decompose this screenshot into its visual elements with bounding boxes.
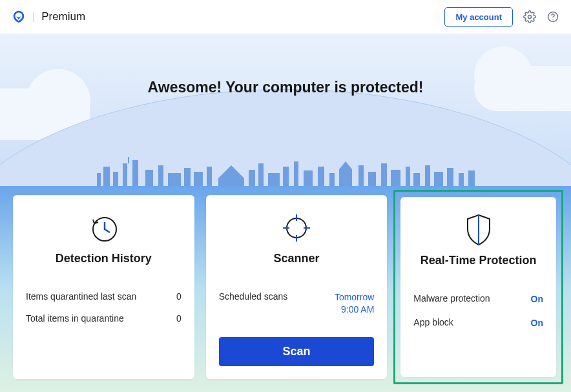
svg-rect-36 bbox=[459, 173, 464, 186]
svg-rect-33 bbox=[425, 165, 430, 186]
svg-rect-3 bbox=[97, 173, 101, 186]
svg-point-2 bbox=[552, 19, 553, 20]
svg-rect-18 bbox=[258, 163, 264, 186]
svg-marker-26 bbox=[339, 161, 352, 169]
settings-icon[interactable] bbox=[523, 10, 536, 23]
svg-rect-13 bbox=[194, 172, 203, 186]
target-icon bbox=[219, 209, 375, 247]
help-icon[interactable] bbox=[546, 10, 559, 23]
malwarebytes-logo-icon bbox=[12, 10, 26, 24]
svg-rect-19 bbox=[268, 173, 280, 186]
logo: | Premium bbox=[12, 10, 85, 24]
svg-rect-9 bbox=[145, 170, 153, 186]
my-account-button[interactable]: My account bbox=[444, 7, 513, 27]
stat-label: Malware protection bbox=[413, 293, 490, 304]
stat-value: 0 bbox=[176, 291, 182, 302]
malware-protection-toggle[interactable]: On bbox=[531, 293, 543, 305]
svg-rect-17 bbox=[249, 170, 255, 186]
svg-rect-12 bbox=[184, 168, 191, 186]
toggle-row: App block On bbox=[413, 317, 543, 329]
stat-label: Scheduled scans bbox=[219, 291, 288, 302]
svg-point-39 bbox=[287, 218, 306, 238]
svg-rect-22 bbox=[304, 170, 313, 186]
shield-icon bbox=[413, 211, 543, 249]
svg-point-0 bbox=[528, 15, 532, 19]
scan-button[interactable]: Scan bbox=[219, 337, 375, 366]
stat-label: Items quarantined last scan bbox=[26, 291, 136, 302]
svg-rect-7 bbox=[132, 160, 138, 186]
svg-rect-16 bbox=[218, 178, 244, 186]
svg-rect-4 bbox=[103, 167, 110, 186]
svg-rect-11 bbox=[168, 173, 181, 186]
app-block-toggle[interactable]: On bbox=[531, 317, 543, 329]
skyline-decoration bbox=[0, 147, 571, 186]
stat-label: Total items in quarantine bbox=[26, 313, 124, 324]
card-title: Real-Time Protection bbox=[413, 254, 543, 267]
hero-title: Awesome! Your computer is protected! bbox=[0, 34, 571, 96]
svg-rect-20 bbox=[283, 167, 289, 186]
svg-rect-23 bbox=[318, 167, 324, 186]
realtime-protection-card: Real-Time Protection Malware protection … bbox=[400, 197, 556, 377]
svg-rect-31 bbox=[406, 167, 410, 186]
svg-rect-30 bbox=[391, 170, 400, 186]
detection-history-card: Detection History Items quarantined last… bbox=[13, 195, 194, 379]
scheduled-scan-row: Scheduled scans Tomorrow 9:00 AM bbox=[219, 291, 375, 316]
svg-rect-21 bbox=[294, 161, 298, 186]
card-title: Scanner bbox=[219, 252, 375, 265]
header: | Premium My account bbox=[0, 0, 571, 34]
svg-rect-28 bbox=[368, 172, 376, 186]
scanner-card: Scanner Scheduled scans Tomorrow 9:00 AM… bbox=[206, 195, 388, 379]
dashboard-cards: Detection History Items quarantined last… bbox=[0, 186, 571, 392]
toggle-row: Malware protection On bbox=[413, 293, 543, 305]
svg-rect-5 bbox=[113, 172, 118, 186]
stat-row: Total items in quarantine 0 bbox=[26, 313, 182, 324]
svg-rect-34 bbox=[434, 172, 443, 186]
scheduled-time: 9:00 AM bbox=[335, 304, 374, 316]
svg-rect-10 bbox=[158, 165, 163, 186]
card-title: Detection History bbox=[26, 252, 182, 265]
stat-label: App block bbox=[413, 317, 453, 327]
hero-banner: Awesome! Your computer is protected! bbox=[0, 34, 571, 186]
svg-rect-24 bbox=[329, 173, 335, 186]
scheduled-day: Tomorrow bbox=[335, 291, 374, 304]
logo-divider: | bbox=[32, 11, 35, 23]
svg-rect-27 bbox=[358, 165, 364, 186]
svg-rect-37 bbox=[468, 170, 475, 186]
svg-rect-14 bbox=[207, 167, 212, 186]
svg-rect-8 bbox=[128, 157, 129, 163]
svg-rect-25 bbox=[339, 169, 352, 186]
product-name: Premium bbox=[41, 10, 85, 23]
stat-row: Items quarantined last scan 0 bbox=[26, 291, 182, 302]
svg-rect-32 bbox=[413, 173, 420, 186]
scheduled-scan-value[interactable]: Tomorrow 9:00 AM bbox=[335, 291, 374, 316]
stat-value: 0 bbox=[176, 313, 182, 324]
history-icon bbox=[26, 209, 182, 247]
highlighted-card-frame: Real-Time Protection Malware protection … bbox=[393, 190, 563, 384]
svg-rect-29 bbox=[381, 163, 387, 186]
svg-rect-6 bbox=[123, 163, 127, 186]
svg-rect-35 bbox=[447, 168, 453, 186]
svg-marker-15 bbox=[218, 165, 244, 178]
